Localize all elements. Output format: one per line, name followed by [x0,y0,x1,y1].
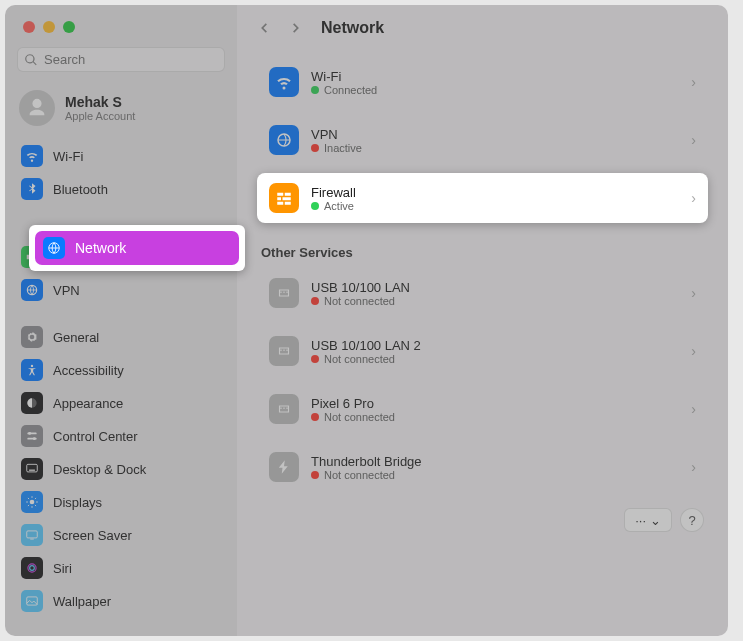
sidebar-item-accessibility[interactable]: Accessibility [13,354,229,386]
svg-point-6 [33,437,36,440]
more-options-button[interactable]: ···⌄ [624,508,672,532]
sidebar-item-wallpaper[interactable]: Wallpaper [13,585,229,617]
control-center-icon [21,425,43,447]
gear-icon [21,326,43,348]
service-text: Wi-Fi Connected [311,69,679,96]
svg-point-1 [31,365,33,367]
network-service-thunderbolt[interactable]: Thunderbolt Bridge Not connected › [257,442,708,492]
status-dot-icon [311,202,319,210]
service-text: Firewall Active [311,185,679,212]
sidebar-list: Wi-Fi Bluetooth Battery VPN General [5,140,237,626]
zoom-window-button[interactable] [63,21,75,33]
sidebar-item-label: Wallpaper [53,594,111,609]
service-title: Pixel 6 Pro [311,396,679,411]
chevron-right-icon: › [691,459,696,475]
sidebar-item-vpn[interactable]: VPN [13,274,229,306]
sidebar-item-label: Control Center [53,429,138,444]
apple-account-row[interactable]: Mehak S Apple Account [5,84,237,140]
window-controls [5,15,237,47]
forward-button[interactable] [289,20,303,36]
service-status: Connected [311,84,679,96]
siri-icon [21,557,43,579]
search-wrap [17,47,225,72]
chevron-right-icon: › [691,74,696,90]
network-service-pixel[interactable]: Pixel 6 Pro Not connected › [257,384,708,434]
main-panel: Network Wi-Fi Connected › VPN Inactive › [237,5,728,636]
user-text: Mehak S Apple Account [65,94,135,122]
sidebar-item-label: Accessibility [53,363,124,378]
user-subtitle: Apple Account [65,110,135,122]
search-input[interactable] [17,47,225,72]
status-dot-icon [311,355,319,363]
firewall-icon [269,183,299,213]
svg-rect-18 [277,197,281,200]
sidebar-item-wifi[interactable]: Wi-Fi [13,140,229,172]
service-title: VPN [311,127,679,142]
sidebar-item-label: Screen Saver [53,528,132,543]
sidebar-item-screen-saver[interactable]: Screen Saver [13,519,229,551]
network-service-vpn[interactable]: VPN Inactive › [257,115,708,165]
help-button[interactable]: ? [680,508,704,532]
sidebar-item-label: Siri [53,561,72,576]
sidebar-item-appearance[interactable]: Appearance [13,387,229,419]
user-name: Mehak S [65,94,135,110]
svg-rect-21 [285,202,291,205]
sidebar-item-label: Displays [53,495,102,510]
back-button[interactable] [257,20,271,36]
sidebar-item-network-placeholder [13,206,229,240]
sidebar-item-bluetooth[interactable]: Bluetooth [13,173,229,205]
service-text: Pixel 6 Pro Not connected [311,396,679,423]
svg-rect-20 [277,202,283,205]
avatar [19,90,55,126]
sidebar-item-battery[interactable]: Battery [13,241,229,273]
service-title: Firewall [311,185,679,200]
status-dot-icon [311,86,319,94]
service-title: USB 10/100 LAN 2 [311,338,679,353]
appearance-icon [21,392,43,414]
service-status: Not connected [311,353,679,365]
minimize-window-button[interactable] [43,21,55,33]
svg-rect-16 [277,193,283,196]
service-text: Thunderbolt Bridge Not connected [311,454,679,481]
status-dot-icon [311,144,319,152]
sidebar-item-displays[interactable]: Displays [13,486,229,518]
status-dot-icon [311,413,319,421]
network-service-firewall[interactable]: Firewall Active › [257,173,708,223]
sidebar-item-control-center[interactable]: Control Center [13,420,229,452]
sidebar-item-label: Desktop & Dock [53,462,146,477]
service-status: Inactive [311,142,679,154]
service-status: Not connected [311,411,679,423]
service-status: Active [311,200,679,212]
sidebar-item-desktop-dock[interactable]: Desktop & Dock [13,453,229,485]
chevron-right-icon: › [691,190,696,206]
svg-rect-19 [283,197,291,200]
status-dot-icon [311,471,319,479]
svg-rect-17 [285,193,291,196]
service-text: USB 10/100 LAN 2 Not connected [311,338,679,365]
ethernet-icon [269,278,299,308]
sidebar-item-general[interactable]: General [13,321,229,353]
svg-point-9 [30,500,35,505]
main-body: Wi-Fi Connected › VPN Inactive › Firewal… [237,51,728,636]
service-title: Wi-Fi [311,69,679,84]
network-service-usb-lan-2[interactable]: USB 10/100 LAN 2 Not connected › [257,326,708,376]
chevron-right-icon: › [691,343,696,359]
sidebar-item-siri[interactable]: Siri [13,552,229,584]
sidebar-item-label: VPN [53,283,80,298]
svg-rect-13 [27,597,38,605]
page-title: Network [321,19,384,37]
svg-rect-8 [29,470,35,471]
network-service-usb-lan[interactable]: USB 10/100 LAN Not connected › [257,268,708,318]
svg-point-12 [30,566,35,571]
network-service-wifi[interactable]: Wi-Fi Connected › [257,57,708,107]
ethernet-icon [269,394,299,424]
thunderbolt-icon [269,452,299,482]
sidebar-item-label: Appearance [53,396,123,411]
close-window-button[interactable] [23,21,35,33]
accessibility-icon [21,359,43,381]
displays-icon [21,491,43,513]
svg-rect-10 [27,531,38,538]
search-icon [24,53,38,67]
main-header: Network [237,5,728,51]
chevron-right-icon: › [691,401,696,417]
